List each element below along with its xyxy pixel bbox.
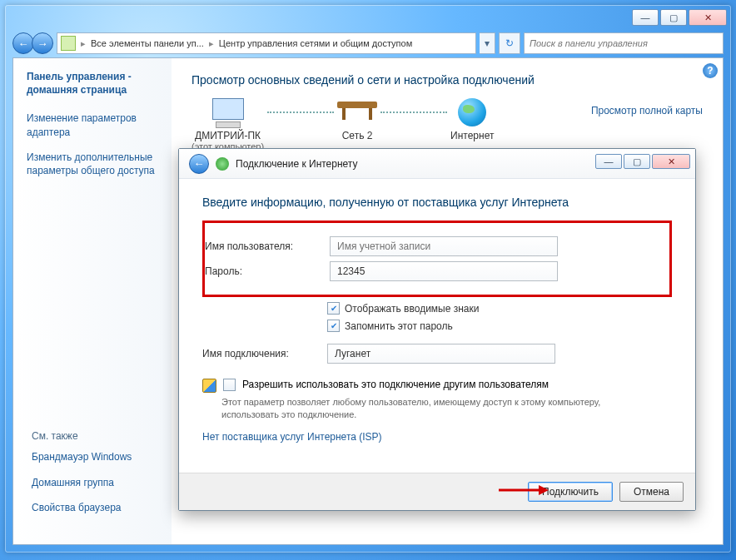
wizard-back-button[interactable]: ← — [189, 154, 209, 174]
breadcrumb-part[interactable]: Центр управления сетями и общим доступом — [219, 38, 412, 48]
computer-icon — [210, 98, 246, 128]
network-name: Сеть 2 — [337, 130, 377, 141]
network-node-internet: Интернет — [450, 98, 494, 151]
breadcrumb-dropdown[interactable]: ▾ — [480, 32, 495, 54]
globe-small-icon — [216, 157, 229, 171]
password-label: Пароль: — [205, 265, 330, 277]
see-also-browser[interactable]: Свойства браузера — [32, 501, 173, 514]
remember-password-label: Запомнить этот пароль — [345, 320, 453, 332]
sidebar-link-adapter[interactable]: Изменение параметров адаптера — [27, 112, 158, 138]
network-node-pc: ДМИТРИЙ-ПК (этот компьютер) — [191, 98, 264, 151]
sidebar-link-sharing[interactable]: Изменить дополнительные параметры общего… — [27, 151, 158, 177]
breadcrumb[interactable]: ▸ Все элементы панели уп... ▸ Центр упра… — [57, 32, 476, 54]
see-also-title: См. также — [32, 430, 173, 442]
show-characters-checkbox[interactable] — [327, 302, 340, 315]
internet-connection-wizard: ← Подключение к Интернету Введите информ… — [178, 148, 696, 511]
shield-icon — [202, 379, 216, 393]
network-node-lan: Сеть 2 — [337, 102, 377, 151]
breadcrumb-part[interactable]: Все элементы панели уп... — [91, 38, 204, 48]
highlight-box: Имя пользователя: Пароль: — [202, 221, 672, 297]
network-icon — [337, 102, 377, 123]
cancel-button[interactable]: Отмена — [619, 482, 684, 502]
wizard-close-button[interactable] — [652, 154, 690, 169]
connection-name-label: Имя подключения: — [202, 348, 327, 359]
control-panel-home-link[interactable]: Панель управления - домашняя страница — [27, 70, 158, 97]
wizard-chrome — [595, 154, 690, 169]
connection-name-field[interactable] — [327, 344, 555, 364]
see-also-section: См. также Брандмауэр Windows Домашняя гр… — [32, 430, 173, 526]
help-icon[interactable]: ? — [703, 63, 718, 78]
wizard-title: Подключение к Интернету — [236, 158, 358, 170]
internet-icon — [458, 98, 486, 126]
wizard-maximize-button[interactable] — [624, 154, 650, 169]
svg-marker-1 — [539, 485, 549, 495]
full-map-link[interactable]: Просмотр полной карты — [591, 105, 703, 116]
remember-password-checkbox[interactable] — [327, 320, 340, 332]
search-input[interactable] — [528, 37, 719, 49]
allow-others-checkbox[interactable] — [223, 379, 236, 391]
page-title: Просмотр основных сведений о сети и наст… — [191, 73, 703, 87]
see-also-homegroup[interactable]: Домашняя группа — [32, 476, 173, 489]
pc-name: ДМИТРИЙ-ПК — [191, 130, 264, 141]
no-isp-link[interactable]: Нет поставщика услуг Интернета (ISP) — [202, 431, 382, 443]
maximize-button[interactable] — [660, 9, 687, 26]
username-field[interactable] — [330, 236, 558, 256]
password-input[interactable] — [336, 265, 552, 278]
wizard-body: Введите информацию, полученную от постав… — [179, 179, 695, 443]
close-button[interactable] — [689, 9, 727, 26]
network-line — [267, 112, 334, 115]
connection-name-input[interactable] — [333, 347, 550, 360]
username-label: Имя пользователя: — [205, 240, 330, 252]
show-characters-label: Отображать вводимые знаки — [345, 303, 479, 315]
password-field[interactable] — [330, 261, 558, 281]
internet-label: Интернет — [450, 130, 494, 141]
allow-others-row: Разрешить использовать это подключение д… — [202, 379, 672, 393]
arrow-annotation — [499, 485, 549, 493]
address-bar: ← → ▸ Все элементы панели уп... ▸ Центр … — [12, 31, 724, 56]
search-box[interactable] — [524, 32, 724, 54]
wizard-footer: Подключить Отмена — [179, 473, 695, 510]
allow-others-label: Разрешить использовать это подключение д… — [242, 379, 549, 390]
minimize-button[interactable] — [632, 9, 659, 26]
control-panel-icon — [61, 36, 76, 51]
wizard-minimize-button[interactable] — [595, 154, 622, 169]
window-chrome — [632, 9, 727, 26]
allow-others-description: Этот параметр позволяет любому пользоват… — [221, 396, 654, 421]
sidebar: Панель управления - домашняя страница Из… — [13, 58, 172, 544]
network-line — [380, 112, 447, 115]
refresh-button[interactable]: ↻ — [499, 32, 520, 54]
username-input[interactable] — [336, 240, 552, 253]
forward-button[interactable]: → — [32, 32, 53, 54]
wizard-heading: Введите информацию, полученную от постав… — [202, 196, 672, 209]
see-also-firewall[interactable]: Брандмауэр Windows — [32, 450, 173, 463]
